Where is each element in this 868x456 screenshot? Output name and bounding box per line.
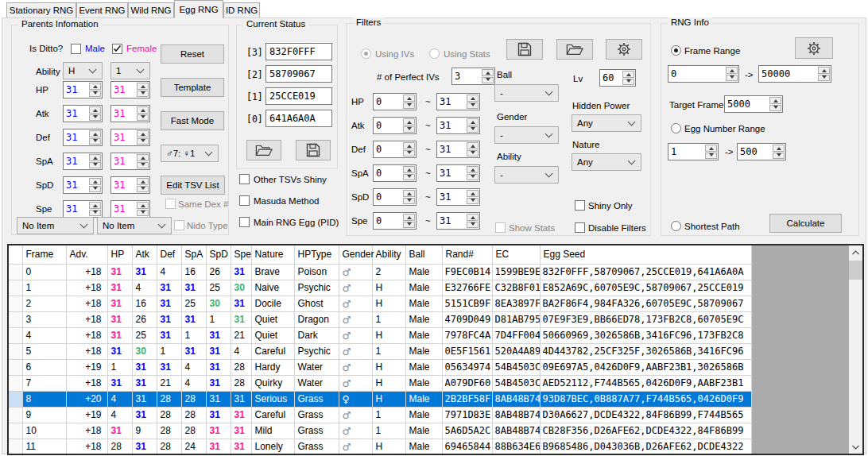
spin-down-button[interactable] xyxy=(137,210,149,217)
egg-from-spinner[interactable]: 1 xyxy=(668,143,719,160)
spin-down-button[interactable] xyxy=(622,79,634,86)
spin-down-button[interactable] xyxy=(467,150,479,157)
row-selector-cell[interactable] xyxy=(9,423,22,439)
spin-up-button[interactable] xyxy=(403,118,415,126)
spin-up-button[interactable] xyxy=(137,154,149,161)
spin-up-button[interactable] xyxy=(89,130,101,137)
row-selector-cell[interactable] xyxy=(9,375,22,391)
table-row[interactable]: 0+1831314162631BravePoison♂2MaleF9EC0B14… xyxy=(9,264,751,280)
column-header-adv-[interactable]: Adv. xyxy=(66,245,107,264)
table-row[interactable]: 8+2043128283131SeriousGrass♀HMale2B2BF58… xyxy=(9,391,751,407)
spin-up-button[interactable] xyxy=(89,83,101,90)
scroll-up-icon[interactable] xyxy=(849,245,862,259)
spin-up-button[interactable] xyxy=(137,106,149,114)
table-row[interactable]: 7+1831312143128QuirkyWater♂HMaleA079DF60… xyxy=(9,375,751,391)
column-header-spe[interactable]: Spe xyxy=(231,245,251,264)
spin-down-button[interactable] xyxy=(137,114,149,122)
spin-up-button[interactable] xyxy=(137,83,149,90)
spin-up-button[interactable] xyxy=(89,106,101,114)
column-header-rand-[interactable]: Rand# xyxy=(442,245,492,264)
spin-up-button[interactable] xyxy=(622,71,634,78)
status-seed-field[interactable]: 58709067 xyxy=(265,65,332,83)
spin-down-button[interactable] xyxy=(89,91,101,98)
filter-spd-min-spinner[interactable]: 0 xyxy=(373,188,417,206)
spin-down-button[interactable] xyxy=(89,138,101,145)
using-stats-radio[interactable] xyxy=(429,48,440,59)
filter-atk-max-spinner[interactable]: 31 xyxy=(436,117,480,134)
filter-atk-min-spinner[interactable]: 0 xyxy=(373,117,417,134)
spin-up-button[interactable] xyxy=(467,190,479,197)
table-row[interactable]: 6+191313143128HardyWater♂HMale0563497454… xyxy=(9,359,751,375)
lv-spinner[interactable]: 60 xyxy=(599,69,636,87)
table-row[interactable]: 2+18311631253031DocileGhost♂HMale5151CB9… xyxy=(9,296,751,311)
spin-down-button[interactable] xyxy=(137,91,149,98)
row-selector-cell[interactable] xyxy=(9,391,22,407)
column-header-ball[interactable]: Ball xyxy=(405,245,442,264)
column-header-ability[interactable]: Ability xyxy=(372,245,405,264)
spin-up-button[interactable] xyxy=(773,145,785,152)
shiny-only-checkbox[interactable] xyxy=(575,200,585,211)
spin-down-button[interactable] xyxy=(403,222,415,229)
male-spa-spinner[interactable]: 31 xyxy=(63,153,103,170)
fast-mode-button[interactable]: Fast Mode xyxy=(161,111,224,130)
tab-egg-rng[interactable]: Egg RNG xyxy=(174,0,223,18)
column-header-ec[interactable]: EC xyxy=(492,245,540,264)
spin-up-button[interactable] xyxy=(818,67,830,74)
other-tsvs-shiny-checkbox[interactable] xyxy=(239,174,250,184)
spin-up-button[interactable] xyxy=(403,142,415,149)
table-row[interactable]: 10+1831928283131MildGrass♂1Male5A6D5A2C8… xyxy=(9,423,751,439)
table-row[interactable]: 11+18283128243131LonelyGrass♂HMale694658… xyxy=(9,439,751,454)
male-item-select[interactable]: No Item xyxy=(17,217,94,234)
spin-down-button[interactable] xyxy=(773,153,785,160)
male-atk-spinner[interactable]: 31 xyxy=(63,105,103,122)
female-ability-select[interactable]: 1 xyxy=(110,62,150,79)
target-frame-spinner[interactable]: 5000 xyxy=(724,95,783,113)
spin-down-button[interactable] xyxy=(403,150,415,157)
spin-down-button[interactable] xyxy=(137,162,149,169)
spin-up-button[interactable] xyxy=(482,69,494,76)
load-filters-button[interactable] xyxy=(556,39,593,60)
table-row[interactable]: 4+1831253113121QuietDark♂HMale7978FC4A7D… xyxy=(9,327,751,343)
spin-up-button[interactable] xyxy=(403,166,415,173)
spin-down-button[interactable] xyxy=(137,186,149,193)
female-atk-spinner[interactable]: 31 xyxy=(110,105,150,122)
spin-up-button[interactable] xyxy=(403,95,415,102)
male-spe-spinner[interactable]: 31 xyxy=(63,200,103,218)
filter-settings-button[interactable] xyxy=(606,39,642,60)
tab-wild-rng[interactable]: Wild RNG xyxy=(128,2,174,17)
column-header-hp[interactable]: HP xyxy=(107,245,132,264)
column-header-spa[interactable]: SpA xyxy=(181,245,206,264)
spin-down-button[interactable] xyxy=(89,114,101,122)
nature-select[interactable]: Any xyxy=(572,153,641,171)
spin-up-button[interactable] xyxy=(137,178,149,185)
ball-select[interactable]: - xyxy=(494,84,559,102)
ability-select[interactable]: - xyxy=(494,166,559,184)
spin-down-button[interactable] xyxy=(89,186,101,193)
spin-down-button[interactable] xyxy=(482,77,494,84)
load-status-button[interactable] xyxy=(246,140,281,160)
column-header-def[interactable]: Def xyxy=(157,245,181,264)
male-def-spinner[interactable]: 31 xyxy=(63,129,103,146)
edit-tsv-list-button[interactable]: Edit TSV List xyxy=(161,176,225,195)
female-hp-spinner[interactable]: 31 xyxy=(110,81,150,99)
spin-down-button[interactable] xyxy=(137,138,149,145)
female-spd-spinner[interactable]: 31 xyxy=(110,176,150,194)
table-row[interactable]: 3+1831263131131QuietDragon♂1Male4709D049… xyxy=(9,311,751,327)
spin-down-button[interactable] xyxy=(769,105,781,112)
masuda-method-checkbox[interactable] xyxy=(239,195,250,206)
filter-hp-max-spinner[interactable]: 31 xyxy=(436,93,480,110)
spin-up-button[interactable] xyxy=(89,154,101,161)
shortest-path-radio[interactable] xyxy=(671,221,681,231)
spin-down-button[interactable] xyxy=(705,153,717,160)
female-spa-spinner[interactable]: 31 xyxy=(110,153,150,170)
spin-up-button[interactable] xyxy=(467,142,479,149)
gender-select[interactable]: - xyxy=(494,126,559,144)
male-ability-select[interactable]: H xyxy=(63,62,103,79)
column-header-egg-seed[interactable]: Egg Seed xyxy=(540,245,751,264)
status-seed-field[interactable]: 25CCE019 xyxy=(265,87,332,105)
egg-to-spinner[interactable]: 500 xyxy=(737,143,786,160)
gender-ratio-select[interactable]: ♂7: ♀1 xyxy=(161,145,219,162)
column-header-gender[interactable]: Gender xyxy=(339,245,372,264)
row-selector-cell[interactable] xyxy=(9,327,22,343)
male-spd-spinner[interactable]: 31 xyxy=(63,176,103,194)
